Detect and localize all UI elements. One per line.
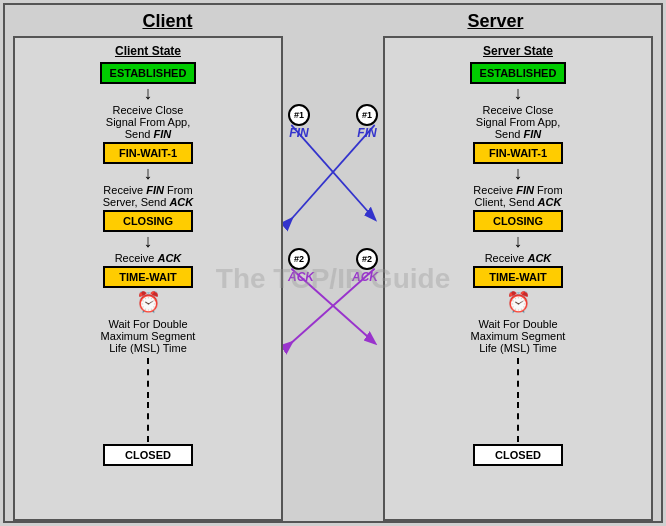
middle-area: #1 FIN #1 FIN #2 ACK #2 ACK [283,36,383,521]
server-arrow-3: ↓ [473,232,563,250]
server-state-finwait1: FIN-WAIT-1 [473,142,563,164]
client-desc-2: Receive FIN FromServer, Send ACK [103,184,194,208]
content-area: Client State ESTABLISHED ↓ Receive Close… [5,36,661,521]
client-dashed-1 [147,358,149,398]
server-header: Server [467,11,523,32]
client-dashed-2 [147,402,149,442]
server-ack-label: #2 ACK [352,248,378,284]
client-fin-label: #1 FIN [288,104,310,140]
client-state-closed: CLOSED [103,444,193,466]
server-state-established: ESTABLISHED [470,62,567,84]
server-dashed-1 [517,358,519,398]
server-state-closed: CLOSED [473,444,563,466]
client-state-finwait1: FIN-WAIT-1 [103,142,193,164]
server-fin-label: #1 FIN [356,104,378,140]
main-container: Client Server Client State ESTABLISHED ↓… [3,3,663,523]
server-clock-icon: ⏰ [506,290,531,314]
client-state-timewait: TIME-WAIT [103,266,193,288]
server-state-timewait: TIME-WAIT [473,266,563,288]
client-state-label: Client State [115,44,181,58]
server-desc-1: Receive CloseSignal From App,Send FIN [476,104,560,140]
client-desc-4: Wait For DoubleMaximum SegmentLife (MSL)… [101,318,196,354]
server-arrow-2: ↓ [473,164,563,182]
client-arrow-1: ↓ [103,84,193,102]
client-desc-3: Receive ACK [115,252,182,264]
server-col: Server State ESTABLISHED ↓ Receive Close… [393,44,643,466]
client-ack-label: #2 ACK [288,248,314,284]
client-desc-1: Receive CloseSignal From App,Send FIN [106,104,190,140]
client-panel: Client State ESTABLISHED ↓ Receive Close… [13,36,283,521]
client-state-established: ESTABLISHED [100,62,197,84]
client-header: Client [142,11,192,32]
client-state-closing: CLOSING [103,210,193,232]
server-state-label: Server State [483,44,553,58]
server-desc-2: Receive FIN FromClient, Send ACK [473,184,562,208]
server-arrow-1: ↓ [473,84,563,102]
server-state-closing: CLOSING [473,210,563,232]
client-col: Client State ESTABLISHED ↓ Receive Close… [23,44,273,466]
client-arrow-3: ↓ [103,232,193,250]
client-clock-icon: ⏰ [136,290,161,314]
top-headers: Client Server [5,5,661,36]
server-desc-3: Receive ACK [485,252,552,264]
server-desc-4: Wait For DoubleMaximum SegmentLife (MSL)… [471,318,566,354]
server-panel: Server State ESTABLISHED ↓ Receive Close… [383,36,653,521]
server-dashed-2 [517,402,519,442]
client-arrow-2: ↓ [103,164,193,182]
